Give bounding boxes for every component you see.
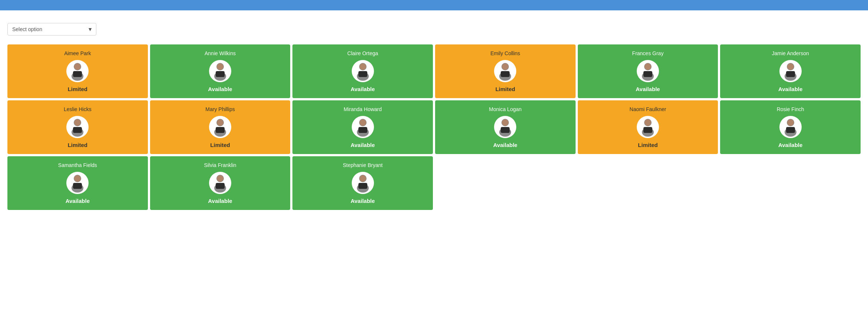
avatar [779,116,802,138]
status-badge: Limited [496,86,515,92]
svg-rect-15 [501,71,510,77]
status-badge: Available [208,86,232,92]
status-badge: Available [66,198,90,204]
svg-point-42 [645,119,651,126]
status-filter-wrapper: Select option Available Limited ▼ [7,23,96,36]
athlete-card[interactable]: Claire Ortega Available [292,44,433,98]
athlete-card[interactable]: Rosie Finch Available [720,100,861,154]
svg-rect-43 [643,127,652,133]
svg-rect-39 [501,127,510,133]
avatar [352,172,374,194]
athlete-name: Leslie Hicks [64,106,92,112]
avatar [209,60,231,82]
avatar [66,60,89,82]
svg-rect-3 [73,71,82,77]
svg-point-10 [360,63,366,70]
status-badge: Available [351,142,375,148]
status-badge: Limited [68,142,87,148]
svg-rect-23 [786,71,795,77]
svg-point-50 [74,175,81,182]
athlete-name: Naomi Faulkner [630,106,666,112]
svg-point-58 [360,175,366,182]
status-badge: Available [351,198,375,204]
svg-point-34 [360,119,366,126]
avatar [494,60,516,82]
athlete-name: Frances Gray [632,50,664,56]
athlete-name: Samantha Fields [58,162,97,168]
avatar [352,116,374,138]
athlete-card[interactable]: Naomi Faulkner Limited [578,100,718,154]
athlete-card[interactable]: Mary Phillips Limited [150,100,291,154]
athlete-name: Aimee Park [64,50,91,56]
svg-point-2 [74,63,81,70]
avatar [637,60,659,82]
svg-point-22 [787,63,794,70]
svg-rect-51 [73,183,82,189]
svg-rect-59 [358,183,367,189]
athlete-name: Stephanie Bryant [343,162,382,168]
athlete-card[interactable]: Frances Gray Available [578,44,718,98]
svg-rect-55 [216,183,225,189]
avatar [494,116,516,138]
athlete-name: Miranda Howard [344,106,382,112]
svg-point-46 [787,119,794,126]
status-badge: Limited [210,142,230,148]
svg-point-6 [217,63,223,70]
svg-rect-31 [216,127,225,133]
status-badge: Limited [638,142,657,148]
athlete-name: Claire Ortega [347,50,378,56]
status-badge: Limited [68,86,87,92]
athlete-name: Annie Wilkins [205,50,236,56]
athlete-name: Mary Phillips [205,106,235,112]
avatar [779,60,802,82]
athlete-card[interactable]: Stephanie Bryant Available [292,156,433,210]
svg-point-30 [217,119,223,126]
status-badge: Available [778,86,802,92]
athlete-card[interactable]: Jamie Anderson Available [720,44,861,98]
svg-rect-19 [643,71,652,77]
athlete-card[interactable]: Silvia Franklin Available [150,156,291,210]
athlete-name: Silvia Franklin [204,162,236,168]
status-badge: Available [778,142,802,148]
avatar [66,116,89,138]
avatar [209,172,231,194]
svg-rect-7 [216,71,225,77]
main-content: Select option Available Limited ▼ Aimee … [0,10,868,219]
svg-point-14 [502,63,508,70]
athlete-name: Jamie Anderson [772,50,809,56]
avatar [637,116,659,138]
svg-rect-11 [358,71,367,77]
avatar [66,172,89,194]
svg-point-54 [217,175,223,182]
status-select[interactable]: Select option Available Limited [7,23,96,36]
svg-rect-47 [786,127,795,133]
status-badge: Available [636,86,660,92]
status-badge: Available [208,198,232,204]
athlete-card[interactable]: Emily Collins Limited [435,44,576,98]
athlete-card[interactable]: Leslie Hicks Limited [7,100,148,154]
svg-point-26 [74,119,81,126]
athlete-grid: Aimee Park Limited Annie Wilkins Availab… [7,44,861,210]
athlete-name: Monica Logan [489,106,521,112]
status-badge: Available [493,142,517,148]
svg-rect-35 [358,127,367,133]
athlete-card[interactable]: Annie Wilkins Available [150,44,291,98]
avatar [209,116,231,138]
athlete-card[interactable]: Aimee Park Limited [7,44,148,98]
svg-point-38 [502,119,508,126]
athlete-card[interactable]: Miranda Howard Available [292,100,433,154]
svg-rect-27 [73,127,82,133]
app-header [0,0,868,10]
athlete-card[interactable]: Samantha Fields Available [7,156,148,210]
athlete-name: Emily Collins [490,50,520,56]
status-badge: Available [351,86,375,92]
athlete-card[interactable]: Monica Logan Available [435,100,576,154]
athlete-name: Rosie Finch [777,106,804,112]
avatar [352,60,374,82]
svg-point-18 [645,63,651,70]
